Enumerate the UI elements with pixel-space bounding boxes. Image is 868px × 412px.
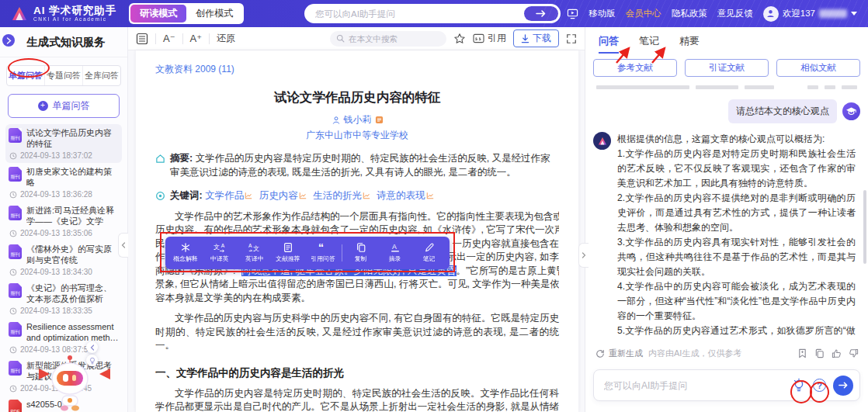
mobile-icon[interactable] [567,9,578,19]
item-title: 初唐史家文论的建构策略 [26,167,119,188]
font-larger-button[interactable]: A⁺ [190,33,203,44]
author-icon [332,116,341,125]
cited-by-button[interactable]: 引证文献 [685,59,769,77]
nav-privacy-policy[interactable]: 隐私政策 [672,8,707,19]
copy-icon[interactable] [814,348,825,358]
action-label: 英译中 [245,254,263,263]
star-favorite-icon[interactable] [453,33,466,44]
scrollbar-thumb[interactable] [863,190,866,264]
document-toolbar: A⁻ A⁺ 还原 引用 下载 [128,27,585,50]
concept-explain-button[interactable]: 概念解释 [168,242,203,264]
tab-read-mode[interactable]: 研读模式 [130,5,186,23]
zh-to-en-button[interactable]: 文 A 中译英 [203,242,237,264]
sidebar-expand-button[interactable] [2,34,15,47]
note-button[interactable]: 笔记 [412,242,446,264]
tab-create-mode[interactable]: 创作模式 [186,5,242,23]
assistant-send-button[interactable] [833,376,853,396]
journal-source-link[interactable]: 文教资料 2009 (11) [155,63,559,76]
cite-button[interactable]: 引用 [473,32,506,45]
keyword-link[interactable]: 诗意的表现 [377,190,425,201]
new-single-doc-qa-button[interactable]: + 单篇问答 [8,94,120,118]
list-item[interactable]: 期刊 初唐史家文论的建构策略 2024-09-13 18:36:28 [5,163,122,202]
tab-notes[interactable]: 笔记 [639,34,659,54]
save-note-icon[interactable] [797,348,807,358]
collapse-mascot-button[interactable] [86,341,98,353]
tab-qa[interactable]: 问答 [599,34,619,54]
item-time: 2024-09-13 18:35:06 [20,229,92,237]
nav-feedback[interactable]: 意见反馈 [717,8,753,19]
assistant-ask-box[interactable]: ? [593,369,860,401]
trend-chart-icon[interactable] [299,192,307,199]
right-panel-collapse-handle[interactable] [578,243,589,268]
answer-footer: 重新生成 内容由AI生成，仅供参考 [595,348,859,359]
list-item[interactable]: 期刊 《儒林外史》的写实原则与史官传统 2024-09-13 18:34:30 [5,241,122,279]
search-icon [336,34,345,43]
trend-chart-icon[interactable] [245,192,252,199]
user-avatar[interactable] [763,6,779,22]
action-label: 文献推荐 [276,254,300,263]
keyword-link[interactable]: 历史内容 [259,190,298,201]
references-button[interactable]: 参考文献 [593,59,677,77]
keyword-link[interactable]: 文学作品 [205,190,244,201]
regenerate-icon[interactable] [595,349,605,358]
author-name[interactable]: 钱小莉 [344,113,372,126]
abstract-icon [155,154,165,164]
nav-mobile[interactable]: 移动版 [589,8,616,19]
literature-recommend-button[interactable]: 文献推荐 [271,242,305,264]
topbar-send-button[interactable] [524,6,558,21]
item-time: 2024-09-13 18:33:35 [20,306,92,315]
topbar-ask-input[interactable] [315,9,524,19]
list-item[interactable]: 期刊 Resilience assessment and optimizatio… [5,318,122,357]
answer-point: 4.文学作品中的历史内容可能会被淡化，成为艺术表现的一部分，但这种“当代性”和“… [617,279,856,324]
item-time: 2024-09-13 18:34:30 [20,268,92,276]
tab-single-doc-qa[interactable]: 单篇问答 [7,66,44,85]
font-smaller-button[interactable]: A⁻ [163,33,175,44]
assistant-ask-input[interactable] [604,380,785,391]
item-title: 《史记》的书写理念、文本形态及价值探析 [26,283,119,304]
app-subtitle: CNKI AI for Academic [33,16,116,23]
translate-zh-en-icon: 文 A [214,242,226,253]
in-document-search[interactable] [330,31,446,47]
regenerate-button[interactable]: 重新生成 [609,348,643,359]
svg-text:“: “ [318,242,323,253]
item-time: 2024-09-13 18:36:28 [20,190,92,199]
thumbs-up-icon[interactable] [832,348,842,358]
restore-button[interactable]: 还原 [217,32,235,45]
download-button[interactable]: 下载 [513,29,559,47]
help-icon[interactable]: ? [813,379,826,392]
user-menu[interactable]: 欢迎137 [763,6,857,22]
user-chip-avatar [842,102,860,120]
tab-full-library-qa[interactable]: 全库问答 [82,66,120,85]
in-document-search-input[interactable] [349,34,440,43]
en-to-zh-button[interactable]: A 文 英译中 [237,242,271,264]
copy-button[interactable]: 复制 [344,242,378,264]
list-item[interactable]: 期刊 《史记》的书写理念、文本形态及价值探析 2024-09-13 18:33:… [5,279,122,318]
top-bar: AI 学术研究助手 CNKI AI for Academic 研读模式 创作模式… [0,0,868,27]
nav-member-center[interactable]: 会员中心 [626,8,661,19]
journal-badge: 期刊 [9,283,22,298]
list-item[interactable]: 期刊 新进路:司马迁经典诠释学——《史记》文学研… 2024-09-13 18:… [5,202,122,241]
trend-chart-icon[interactable] [426,192,434,199]
prompt-bulb-icon[interactable] [792,378,806,393]
tab-topic-qa[interactable]: 专题问答 [44,66,82,85]
trend-chart-icon[interactable] [363,192,370,199]
qa-scope-tabs[interactable]: 单篇问答 专题问答 全库问答 [6,65,121,86]
excerpt-button[interactable]: A 摘录 [378,242,412,264]
outline-icon[interactable] [136,33,148,45]
tab-digest[interactable]: 精要 [679,34,700,54]
thumbs-down-icon[interactable] [849,348,859,358]
sidebar-collapse-handle[interactable] [118,233,128,258]
assistant-mascot[interactable] [37,353,102,412]
similar-docs-button[interactable]: 相似文献 [776,59,860,77]
topbar-ask-box[interactable] [304,4,561,23]
answer-intro: 根据提供的信息，这篇文章的核心观点可以概括为: [617,132,856,147]
assistant-tabs[interactable]: 问答 笔记 精要 [585,27,868,54]
keyword-link[interactable]: 生活的折光 [313,190,362,201]
journal-badge: 期刊 [9,322,22,337]
author-badge-icon [375,116,384,124]
fullscreen-icon[interactable] [566,33,577,44]
citation-qa-button[interactable]: “ 引用问答 [306,242,340,264]
mode-toggle[interactable]: 研读模式 创作模式 [129,3,244,24]
journal-badge: 期刊 [9,206,22,220]
list-item[interactable]: 期刊 试论文学作品历史内容的特征 2024-09-13 18:37:02 [5,124,122,163]
